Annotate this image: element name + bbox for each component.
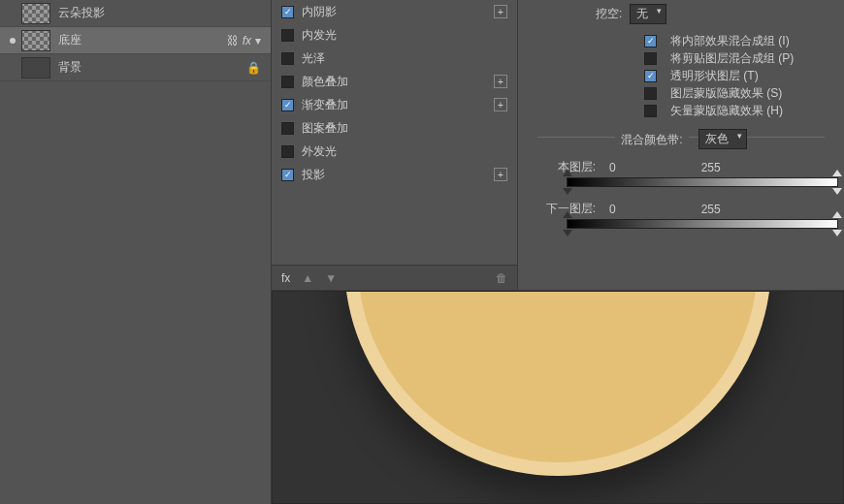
- add-fx-icon[interactable]: +: [494, 168, 507, 181]
- layer-name: 云朵投影: [58, 5, 261, 21]
- fx-label: 外发光: [302, 143, 507, 160]
- blending-options-panel: 挖空: 无 将内部效果混合成组 (I)将剪贴图层混合成组 (P)透明形状图层 (…: [518, 0, 844, 291]
- layer-row-2[interactable]: 背景🔒: [0, 54, 271, 81]
- blend-if-section: 混合颜色带: 灰色 本图层: 0 255 下一图层: 0 255: [518, 129, 844, 236]
- fx-label: 光泽: [302, 50, 507, 67]
- plate-artwork: [344, 291, 771, 476]
- move-down-icon[interactable]: ▼: [325, 271, 337, 285]
- fx-row-1[interactable]: 内发光: [272, 23, 517, 47]
- fx-label: 颜色叠加: [302, 74, 494, 90]
- fx-row-7[interactable]: 投影+: [272, 163, 517, 186]
- adv-checkbox[interactable]: [644, 35, 657, 47]
- adv-label: 将内部效果混合成组 (I): [670, 33, 790, 49]
- fx-row-2[interactable]: 光泽: [272, 47, 517, 70]
- layer-row-0[interactable]: 云朵投影: [0, 0, 271, 27]
- layer-thumb: [21, 57, 50, 79]
- next-layer-slider[interactable]: [567, 219, 838, 229]
- canvas-area: [272, 291, 844, 504]
- adv-option-2[interactable]: 透明形状图层 (T): [644, 67, 844, 84]
- layers-panel: 云朵投影底座⛓fx▾背景🔒: [0, 0, 272, 504]
- advanced-blending-group: 将内部效果混合成组 (I)将剪贴图层混合成组 (P)透明形状图层 (T)图层蒙版…: [518, 32, 844, 129]
- adv-option-4[interactable]: 矢量蒙版隐藏效果 (H): [644, 102, 844, 119]
- fx-checkbox[interactable]: [281, 29, 294, 42]
- fx-row-4[interactable]: 渐变叠加+: [272, 93, 517, 116]
- layer-thumb: [21, 3, 50, 24]
- adv-option-3[interactable]: 图层蒙版隐藏效果 (S): [644, 84, 844, 102]
- adv-label: 图层蒙版隐藏效果 (S): [670, 85, 782, 102]
- adv-checkbox[interactable]: [644, 70, 657, 82]
- fx-checkbox[interactable]: [281, 52, 294, 65]
- fx-row-3[interactable]: 颜色叠加+: [272, 70, 517, 93]
- effects-footer: fx ▲ ▼ 🗑: [272, 265, 517, 290]
- adv-label: 将剪贴图层混合成组 (P): [670, 50, 794, 67]
- trash-icon[interactable]: 🗑: [496, 271, 507, 285]
- fx-label: 内发光: [302, 27, 507, 44]
- fx-checkbox[interactable]: [281, 122, 294, 135]
- adv-option-0[interactable]: 将内部效果混合成组 (I): [644, 32, 844, 49]
- blend-if-label: 混合颜色带:: [615, 132, 688, 148]
- add-fx-icon[interactable]: +: [494, 98, 507, 111]
- layer-name: 背景: [58, 59, 246, 76]
- effects-panel: 内阴影+内发光光泽颜色叠加+渐变叠加+图案叠加外发光投影+ fx ▲ ▼ 🗑: [272, 0, 518, 291]
- knockout-select[interactable]: 无: [630, 4, 666, 24]
- layer-row-1[interactable]: 底座⛓fx▾: [0, 27, 271, 54]
- chevron-down-icon: ▾: [255, 34, 261, 47]
- this-layer-v0: 0: [609, 161, 616, 174]
- this-layer-slider[interactable]: [567, 177, 838, 187]
- fx-checkbox[interactable]: [281, 99, 294, 111]
- fx-checkbox[interactable]: [281, 169, 294, 181]
- knockout-row: 挖空: 无: [518, 0, 844, 32]
- fx-checkbox[interactable]: [281, 6, 294, 18]
- fx-checkbox[interactable]: [281, 145, 294, 158]
- fx-row-5[interactable]: 图案叠加: [272, 116, 517, 140]
- adv-option-1[interactable]: 将剪贴图层混合成组 (P): [644, 49, 844, 67]
- add-fx-icon[interactable]: +: [494, 5, 507, 18]
- knockout-label: 挖空:: [596, 6, 622, 22]
- layer-name: 底座: [58, 32, 227, 48]
- layer-thumb: [21, 30, 50, 51]
- move-up-icon[interactable]: ▲: [302, 271, 313, 285]
- adv-label: 矢量蒙版隐藏效果 (H): [670, 103, 783, 119]
- fx-label: 内阴影: [302, 4, 494, 20]
- fx-row-0[interactable]: 内阴影+: [272, 0, 517, 23]
- adv-checkbox[interactable]: [644, 52, 657, 65]
- blend-if-select[interactable]: 灰色: [698, 129, 747, 149]
- fx-icon[interactable]: fx: [281, 271, 290, 285]
- this-layer-v1: 255: [701, 161, 721, 174]
- add-fx-icon[interactable]: +: [494, 75, 507, 88]
- fx-label: 渐变叠加: [302, 97, 494, 113]
- lock-icon: 🔒: [246, 61, 261, 75]
- fx-label: 投影: [302, 167, 494, 183]
- fx-checkbox[interactable]: [281, 76, 294, 88]
- adv-checkbox[interactable]: [644, 105, 657, 117]
- fx-row-6[interactable]: 外发光: [272, 140, 517, 163]
- adv-label: 透明形状图层 (T): [670, 68, 759, 84]
- adv-checkbox[interactable]: [644, 87, 657, 100]
- fx-badge-icon: fx: [243, 34, 251, 47]
- fx-label: 图案叠加: [302, 120, 507, 137]
- next-layer-v0: 0: [609, 203, 616, 216]
- next-layer-v1: 255: [701, 203, 721, 216]
- link-icon: ⛓: [227, 34, 239, 47]
